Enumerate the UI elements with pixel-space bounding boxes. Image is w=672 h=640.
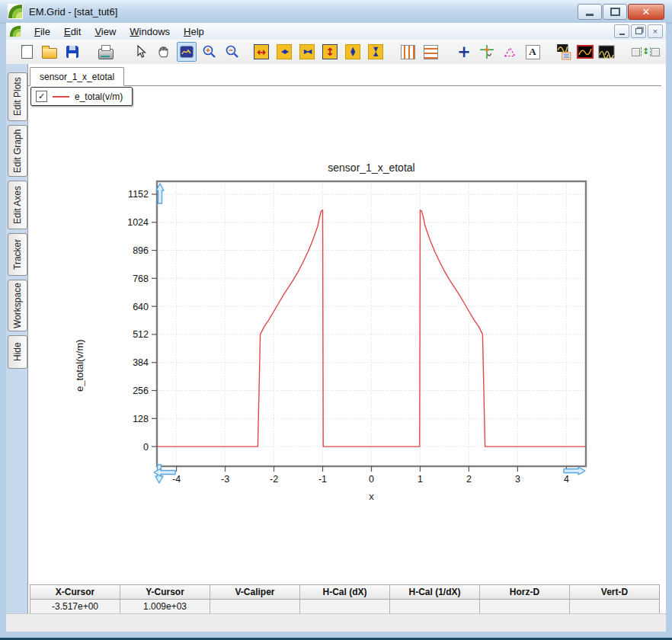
- print-icon[interactable]: [96, 42, 116, 62]
- crosshair-icon[interactable]: +: [454, 42, 474, 62]
- tracker-col-v-caliper: V-Caliper: [210, 585, 300, 600]
- close-button[interactable]: ✕: [628, 4, 664, 20]
- menu-help[interactable]: Help: [177, 24, 211, 39]
- zoom-box-icon[interactable]: [177, 42, 197, 62]
- sidebar-tab-edit-graph[interactable]: Edit Graph: [8, 125, 27, 177]
- document-tab[interactable]: sensor_1_x_etotal: [30, 67, 124, 86]
- mdi-close-icon: ×: [653, 27, 658, 36]
- maximize-icon: [610, 8, 620, 16]
- document-tab-bar: sensor_1_x_etotal: [28, 67, 661, 86]
- svg-text:512: 512: [133, 329, 149, 340]
- tracker-col-x-cursor: X-Cursor: [30, 585, 120, 600]
- edit-plot-icon[interactable]: [576, 42, 594, 62]
- app-window: EM.Grid - [stat_tut6] ✕ File Edit View W…: [0, 0, 672, 640]
- title-bar: EM.Grid - [stat_tut6] ✕: [0, 0, 672, 24]
- svg-text:896: 896: [133, 245, 149, 256]
- new-document-icon[interactable]: [17, 42, 37, 62]
- mdi-minimize-button[interactable]: [614, 24, 629, 38]
- tracker-col-horz-d: Horz-D: [480, 585, 570, 600]
- tracker-value-y-cursor: 1.009e+03: [120, 600, 210, 614]
- legend-box: e_total(v/m): [30, 87, 133, 106]
- tracker-readout: X-Cursor Y-Cursor V-Caliper H-Cal (dX) H…: [30, 584, 660, 615]
- svg-text:2: 2: [466, 474, 472, 485]
- pan-hand-icon[interactable]: [154, 42, 174, 62]
- menu-view[interactable]: View: [88, 24, 123, 39]
- mdi-restore-button[interactable]: [631, 24, 646, 38]
- stretch-y-icon[interactable]: ▲▼: [343, 42, 363, 62]
- tracker-value-x-cursor: -3.517e+00: [30, 600, 120, 614]
- mdi-restore-icon: [635, 28, 642, 34]
- tracker-col-hcal-dx: H-Cal (dX): [300, 585, 390, 600]
- svg-text:-4: -4: [172, 474, 181, 485]
- svg-text:0: 0: [143, 442, 149, 453]
- legend-checkbox[interactable]: [36, 91, 47, 102]
- legend-label: e_total(v/m): [75, 91, 123, 102]
- shrink-y-icon[interactable]: ▼▲: [366, 42, 386, 62]
- tracker-icon[interactable]: [477, 42, 497, 62]
- svg-text:128: 128: [133, 414, 149, 424]
- sidebar-tab-hide[interactable]: Hide: [8, 335, 27, 369]
- client-area: Edit Plots Edit Graph Edit Axes Tracker …: [6, 64, 666, 614]
- svg-text:640: 640: [133, 302, 149, 312]
- tracker-value-v-caliper: [210, 600, 300, 614]
- tracker-col-y-cursor: Y-Cursor: [120, 585, 210, 600]
- caliper-triangle-icon[interactable]: [500, 42, 520, 62]
- svg-text:768: 768: [133, 274, 149, 284]
- tracker-col-hcal-1dx: H-Cal (1/dX): [390, 585, 480, 600]
- expand-y-icon[interactable]: ↕: [320, 42, 340, 62]
- app-logo-icon: [8, 4, 23, 19]
- save-icon[interactable]: [62, 42, 82, 62]
- horizontal-grid-icon[interactable]: [421, 42, 440, 62]
- svg-text:1: 1: [418, 474, 423, 485]
- plot-properties-icon[interactable]: [555, 42, 573, 62]
- tracker-col-vert-d: Vert-D: [570, 585, 659, 600]
- svg-text:-3: -3: [221, 474, 229, 485]
- zoom-out-icon[interactable]: [222, 42, 242, 62]
- minimize-icon: [586, 14, 594, 16]
- menu-windows[interactable]: Windows: [123, 24, 177, 39]
- toolbar: ↔◀▶▶◀↕▲▼▼▲+A↕↔Layout: [6, 40, 666, 65]
- svg-text:0: 0: [369, 474, 374, 485]
- sidebar-tab-edit-plots[interactable]: Edit Plots: [8, 72, 27, 121]
- zoom-in-icon[interactable]: [200, 42, 219, 62]
- tracker-value-hcal-dx: [300, 600, 390, 614]
- tracker-value-vert-d: [570, 600, 659, 614]
- text-annotation-icon[interactable]: A: [523, 42, 542, 62]
- pointer-icon[interactable]: [131, 42, 151, 62]
- shrink-x-icon[interactable]: ▶◀: [297, 42, 317, 62]
- plot-document: sensor_1_x_etotal e_total(v/m) sensor_1_…: [27, 64, 666, 614]
- chart-plot-area[interactable]: 012825638451264076889610241152-4-3-2-101…: [125, 175, 613, 510]
- expand-x-icon[interactable]: ↔: [251, 42, 271, 62]
- svg-text:4: 4: [564, 474, 569, 485]
- document-logo-icon: [9, 25, 21, 37]
- x-axis-label: x: [157, 491, 586, 502]
- multi-plot-icon[interactable]: [597, 42, 616, 62]
- chart-title: sensor_1_x_etotal: [157, 162, 586, 174]
- svg-text:1024: 1024: [127, 217, 149, 228]
- menu-edit[interactable]: Edit: [57, 24, 88, 39]
- vertical-grid-icon[interactable]: [398, 42, 418, 62]
- window-title: EM.Grid - [stat_tut6]: [29, 6, 117, 18]
- maximize-button[interactable]: [603, 4, 627, 20]
- fit-vertical-icon[interactable]: ↕: [631, 42, 661, 62]
- svg-text:-2: -2: [270, 474, 278, 485]
- close-icon: ✕: [642, 6, 651, 18]
- minimize-button[interactable]: [578, 4, 602, 20]
- svg-text:3: 3: [515, 474, 520, 485]
- sidebar-tab-tracker[interactable]: Tracker: [8, 233, 27, 276]
- legend-line-sample: [53, 96, 69, 98]
- mdi-minimize-icon: [619, 34, 625, 35]
- y-axis-label: e_total(v/m): [74, 262, 85, 392]
- tracker-value-horz-d: [480, 600, 570, 614]
- sidebar-tab-edit-axes[interactable]: Edit Axes: [8, 181, 27, 229]
- tracker-value-hcal-1dx: [390, 600, 480, 614]
- svg-text:256: 256: [133, 386, 149, 396]
- open-file-icon[interactable]: [40, 42, 59, 62]
- sidebar-tab-workspace[interactable]: Workspace: [8, 280, 27, 331]
- side-tab-strip: Edit Plots Edit Graph Edit Axes Tracker …: [6, 64, 27, 614]
- menu-file[interactable]: File: [27, 24, 57, 39]
- svg-text:384: 384: [133, 357, 149, 368]
- stretch-x-icon[interactable]: ◀▶: [274, 42, 294, 62]
- mdi-close-button[interactable]: ×: [648, 24, 663, 38]
- svg-text:-1: -1: [318, 474, 327, 485]
